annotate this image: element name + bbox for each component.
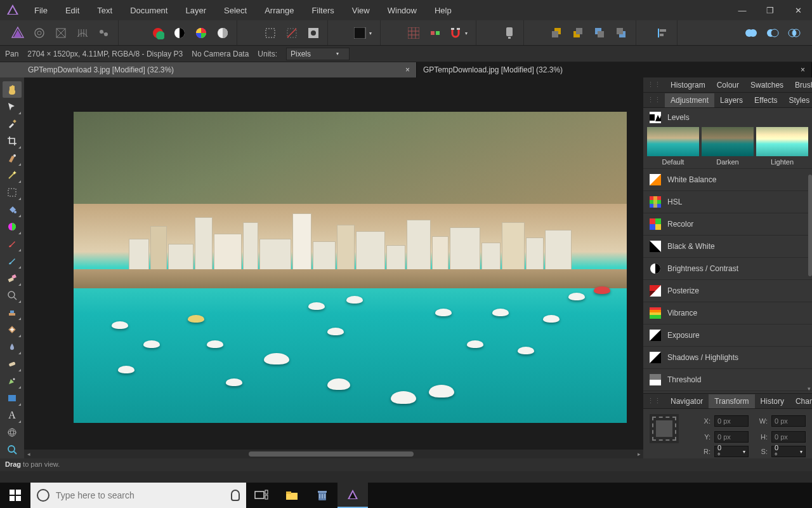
arrange-back-icon[interactable]	[570, 25, 587, 41]
scroll-right-icon[interactable]: ▸	[634, 451, 643, 457]
task-view-icon[interactable]	[246, 483, 277, 508]
menu-help[interactable]: Help	[426, 1, 461, 20]
preset-lighten[interactable]: Lighten	[756, 127, 808, 166]
window-restore-icon[interactable]: ❐	[756, 0, 784, 20]
horizontal-scrollbar[interactable]: ◂ ▸	[24, 450, 643, 458]
preset-default[interactable]: Default	[647, 127, 699, 166]
persona-develop-icon[interactable]	[52, 25, 70, 41]
adjustment-white-balance[interactable]: White Balance	[643, 168, 812, 190]
grid-icon[interactable]	[405, 25, 422, 41]
tab-styles[interactable]: Styles	[783, 93, 812, 107]
selection-disable-icon[interactable]	[283, 25, 301, 41]
transform-s-field[interactable]: 0 °	[771, 446, 806, 457]
view-hand-tool-icon[interactable]	[3, 81, 22, 98]
pixel-align-icon[interactable]	[426, 25, 444, 41]
magic-wand-tool-icon[interactable]	[3, 167, 22, 184]
adjustment-threshold[interactable]: Threshold	[643, 368, 812, 391]
panel-drag-handle-icon[interactable]: ⋮⋮	[647, 397, 661, 405]
tab-histogram[interactable]: Histogram	[665, 78, 711, 92]
panel-chevron-down-icon[interactable]: ▾	[808, 385, 811, 392]
menu-edit[interactable]: Edit	[56, 1, 88, 20]
taskbar-search[interactable]	[30, 483, 246, 508]
adjustment-current[interactable]: Levels	[643, 108, 812, 127]
window-close-icon[interactable]: ✕	[784, 0, 812, 20]
marquee-tool-icon[interactable]	[3, 184, 22, 201]
assistant-icon[interactable]	[501, 25, 518, 41]
menu-layer[interactable]: Layer	[176, 1, 215, 20]
arrange-backward-icon[interactable]	[613, 25, 631, 41]
tab-adjustment[interactable]: Adjustment	[665, 93, 714, 107]
tab-layers[interactable]: Layers	[714, 93, 749, 107]
snapping-magnet-icon[interactable]: ▾	[448, 25, 471, 41]
transform-r-field[interactable]: 0 °	[714, 446, 749, 457]
tab-channels[interactable]: Channels	[790, 394, 812, 408]
panel-drag-handle-icon[interactable]: ⋮⋮	[647, 96, 661, 104]
document-tab-1[interactable]: GPTempDownload 3.jpg [Modified] (32.3%) …	[0, 62, 417, 77]
file-explorer-icon[interactable]	[277, 483, 307, 508]
taskbar-search-input[interactable]	[56, 490, 225, 500]
patch-tool-icon[interactable]	[3, 356, 22, 372]
text-tool-icon[interactable]: A	[3, 407, 22, 424]
contrast-icon[interactable]	[171, 25, 188, 41]
adjustment-black-white[interactable]: Black & White	[643, 235, 812, 257]
arrange-front-icon[interactable]	[548, 25, 566, 41]
tab-colour[interactable]: Colour	[711, 78, 745, 92]
panel-drag-handle-icon[interactable]: ⋮⋮	[647, 81, 661, 89]
window-minimize-icon[interactable]: —	[728, 0, 756, 20]
quickmask-icon[interactable]	[304, 25, 322, 41]
move-tool-icon[interactable]	[3, 98, 22, 115]
adjustment-brightness-contrast[interactable]: Brightness / Contrast	[643, 257, 812, 279]
mesh-warp-tool-icon[interactable]	[3, 424, 22, 441]
rectangle-shape-tool-icon[interactable]	[3, 390, 22, 406]
crop-tool-icon[interactable]	[3, 133, 22, 149]
scrollbar-thumb[interactable]	[249, 451, 414, 457]
menu-view[interactable]: View	[343, 1, 379, 20]
tab-swatches[interactable]: Swatches	[745, 78, 789, 92]
start-button-icon[interactable]	[0, 483, 30, 508]
affinity-photo-task-icon[interactable]	[337, 483, 368, 508]
color-picker-icon[interactable]	[149, 25, 167, 41]
transform-y-field[interactable]: 0 px	[714, 431, 749, 443]
clone-tool-icon[interactable]	[3, 304, 22, 321]
adjustment-posterize[interactable]: Posterize	[643, 279, 812, 302]
foreground-color-swatch[interactable]: ▾	[352, 25, 375, 41]
transform-w-field[interactable]: 0 px	[771, 415, 806, 427]
document-tab-2[interactable]: GPTempDownload.jpg [Modified] (32.3%) ×	[417, 62, 812, 77]
boolean-subtract-icon[interactable]	[764, 25, 782, 41]
canvas-viewport[interactable]: ◂ ▸	[24, 77, 643, 458]
color-picker-tool-icon[interactable]	[3, 116, 22, 132]
adjustment-recolor[interactable]: Recolor	[643, 213, 812, 235]
persona-liquify-icon[interactable]	[30, 25, 48, 41]
context-units-select[interactable]: Pixels	[286, 48, 350, 60]
adjustment-hsl[interactable]: HSL	[643, 190, 812, 213]
arrange-forward-icon[interactable]	[591, 25, 609, 41]
microphone-icon[interactable]	[231, 490, 240, 501]
menu-filters[interactable]: Filters	[303, 1, 343, 20]
menu-window[interactable]: Window	[379, 1, 426, 20]
pixel-brush-tool-icon[interactable]	[3, 253, 22, 269]
erase-tool-icon[interactable]	[3, 270, 22, 286]
menu-text[interactable]: Text	[88, 1, 121, 20]
color-wheel-icon[interactable]	[192, 25, 210, 41]
tab-transform[interactable]: Transform	[709, 394, 754, 408]
smudge-tool-icon[interactable]	[3, 338, 22, 355]
persona-tonemap-icon[interactable]	[74, 25, 91, 41]
transform-h-field[interactable]: 0 px	[771, 431, 806, 443]
scroll-left-icon[interactable]: ◂	[24, 451, 33, 457]
adjustment-vibrance[interactable]: Vibrance	[643, 302, 812, 324]
gradient-tool-icon[interactable]	[3, 218, 22, 235]
tab-navigator[interactable]: Navigator	[665, 394, 709, 408]
align-icon[interactable]	[654, 25, 672, 41]
pen-tool-icon[interactable]	[3, 373, 22, 389]
preset-darken[interactable]: Darken	[702, 127, 754, 166]
tab-history[interactable]: History	[755, 394, 790, 408]
persona-photo-icon[interactable]	[9, 25, 27, 41]
menu-document[interactable]: Document	[121, 1, 176, 20]
boolean-intersect-icon[interactable]	[785, 25, 803, 41]
adjustment-curves[interactable]: Curves	[643, 391, 812, 393]
menu-arrange[interactable]: Arrange	[256, 1, 303, 20]
close-tab-icon[interactable]: ×	[405, 65, 410, 74]
transform-x-field[interactable]: 0 px	[714, 415, 749, 427]
paint-brush-tool-icon[interactable]	[3, 236, 22, 252]
healing-brush-tool-icon[interactable]	[3, 321, 22, 338]
